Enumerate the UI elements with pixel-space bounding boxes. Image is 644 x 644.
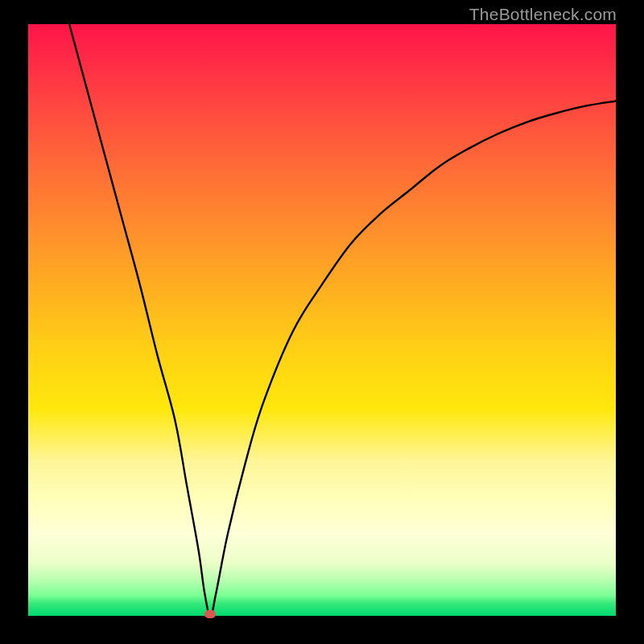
chart-frame: TheBottleneck.com (0, 0, 644, 644)
watermark-text: TheBottleneck.com (469, 5, 617, 24)
bottleneck-curve (28, 24, 616, 616)
plot-area (28, 24, 616, 616)
minimum-marker (204, 610, 216, 618)
